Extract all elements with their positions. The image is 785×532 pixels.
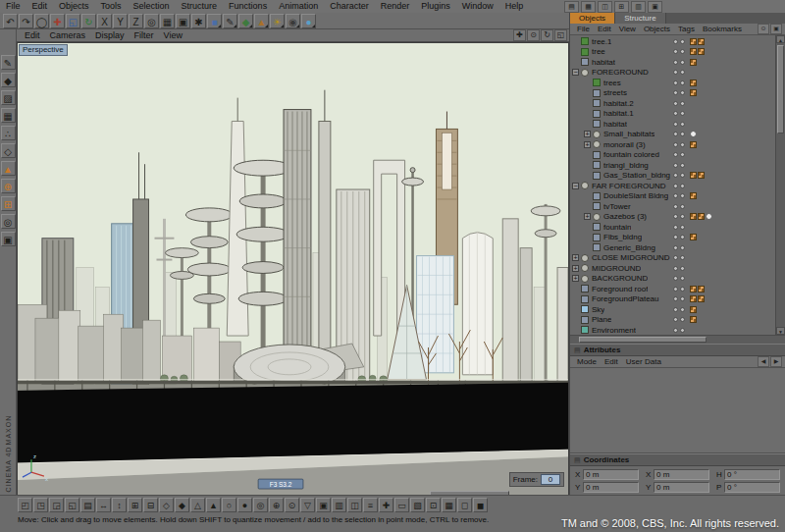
expand-toggle-icon[interactable]: + <box>572 275 579 282</box>
visibility-dots-icon[interactable] <box>673 266 685 271</box>
mode-icon-points-mode[interactable]: ∴ <box>1 126 16 140</box>
expand-toggle-icon[interactable] <box>572 286 579 293</box>
expand-toggle-icon[interactable]: + <box>572 265 579 272</box>
layout-icon-layout-1[interactable]: ▤ <box>564 1 579 13</box>
expand-toggle-icon[interactable] <box>572 38 579 45</box>
viewport-menu-item[interactable]: Filter <box>130 29 159 41</box>
modeling-tool-icon[interactable]: ▥ <box>332 498 346 512</box>
modeling-tool-icon[interactable]: ○ <box>222 498 236 512</box>
modeling-tool-icon[interactable]: ▭ <box>394 498 409 512</box>
expand-toggle-icon[interactable] <box>584 162 591 169</box>
coordinate-input[interactable]: 0 m <box>654 482 709 493</box>
toolbar-icon-move-tool[interactable]: ✚ <box>50 14 65 28</box>
texture-tag-icon[interactable] <box>690 286 697 293</box>
visibility-dots-icon[interactable] <box>673 307 685 312</box>
toolbar-icon-live-selection[interactable]: ◯ <box>34 14 49 28</box>
attributes-menu-item[interactable]: User Data <box>622 356 665 367</box>
manager-tab[interactable]: Structure <box>615 13 665 24</box>
menubar-item[interactable]: Selection <box>128 0 176 13</box>
modeling-tool-icon[interactable]: ≡ <box>363 498 378 512</box>
modeling-tool-icon[interactable]: ▽ <box>300 498 315 512</box>
object-row[interactable]: trees <box>570 78 776 88</box>
object-manager-menu-item[interactable]: View <box>615 24 640 34</box>
visibility-dots-icon[interactable] <box>673 184 685 188</box>
object-row[interactable]: tvTower <box>570 201 776 212</box>
visibility-dots-icon[interactable] <box>673 39 685 44</box>
object-row[interactable]: tree.1 <box>570 36 776 47</box>
layout-icon-layout-5[interactable]: ▥ <box>631 1 646 13</box>
expand-toggle-icon[interactable] <box>584 121 591 128</box>
viewport-menu-item[interactable]: Display <box>90 29 130 41</box>
visibility-dots-icon[interactable] <box>673 60 685 65</box>
modeling-tool-icon[interactable]: ⊡ <box>426 498 441 512</box>
toolbar-icon-add-light[interactable]: ☀ <box>270 14 285 28</box>
object-row[interactable]: fountain <box>570 222 776 233</box>
object-row[interactable]: + Small_habitats <box>570 130 776 140</box>
texture-tag-icon[interactable] <box>690 234 697 240</box>
mode-icon-model-mode[interactable]: ◆ <box>1 73 16 87</box>
menubar-item[interactable]: Animation <box>273 0 324 13</box>
visibility-dots-icon[interactable] <box>673 80 685 85</box>
mode-icon-polygons-mode[interactable]: ▲ <box>1 161 16 176</box>
menubar-item[interactable]: Character <box>324 0 375 13</box>
texture-tag-icon[interactable] <box>690 213 697 220</box>
coordinate-input[interactable]: 0 m <box>583 482 639 493</box>
toolbar-icon-render-settings[interactable]: ✱ <box>191 14 206 28</box>
visibility-dots-icon[interactable] <box>673 122 685 127</box>
expand-toggle-icon[interactable]: + <box>584 141 591 148</box>
object-row[interactable]: + MIDGROUND <box>570 263 776 274</box>
object-row[interactable]: habitat <box>570 119 776 130</box>
object-row[interactable]: Sky <box>570 304 776 315</box>
expand-toggle-icon[interactable] <box>572 48 579 55</box>
object-row[interactable]: streets <box>570 88 776 99</box>
menubar-item[interactable]: Objects <box>53 0 95 13</box>
attributes-menu-item[interactable]: Edit <box>601 356 622 367</box>
visibility-dots-icon[interactable] <box>673 111 685 116</box>
toolbar-icon-rotate-tool[interactable]: ↻ <box>81 14 96 28</box>
expand-toggle-icon[interactable]: + <box>572 254 579 261</box>
expand-toggle-icon[interactable] <box>572 316 579 323</box>
object-row[interactable]: + monorail (3) <box>570 139 776 150</box>
object-row[interactable]: Gas_Station_bldng <box>570 171 776 182</box>
mode-icon-texture-axis-mode[interactable]: ⊞ <box>1 196 16 211</box>
object-row[interactable]: − FOREGROUND <box>570 68 776 79</box>
modeling-tool-icon[interactable]: ◫ <box>347 498 362 512</box>
visibility-dots-icon[interactable] <box>673 328 685 333</box>
view-control-icon-rotate-view[interactable]: ↻ <box>541 29 553 41</box>
dot-tag-icon[interactable] <box>690 131 697 137</box>
menubar-item[interactable]: Plugins <box>415 0 456 13</box>
menubar-item[interactable]: Window <box>456 0 499 13</box>
visibility-dots-icon[interactable] <box>673 173 685 178</box>
texture-tag-icon[interactable] <box>698 295 705 302</box>
coordinate-input[interactable]: 0 ° <box>724 469 780 480</box>
visibility-dots-icon[interactable] <box>673 214 685 219</box>
texture-tag-icon[interactable] <box>698 286 705 293</box>
toolbar-icon-add-spline[interactable]: ✎ <box>223 14 237 28</box>
scroll-down-icon[interactable]: ▼ <box>776 327 785 335</box>
view-control-icon-pan-view[interactable]: ✚ <box>513 29 526 41</box>
menubar-item[interactable]: Help <box>499 0 530 13</box>
object-row[interactable]: Foreground roof <box>570 284 776 294</box>
modeling-tool-icon[interactable]: ✚ <box>379 498 393 512</box>
scroll-up-icon[interactable]: ▲ <box>776 35 785 43</box>
mode-icon-lock-workplane[interactable]: ▣ <box>1 232 16 246</box>
visibility-dots-icon[interactable] <box>673 296 685 301</box>
visibility-dots-icon[interactable] <box>673 245 685 250</box>
modeling-tool-icon[interactable]: ⊞ <box>128 498 142 512</box>
modeling-tool-icon[interactable]: ◎ <box>253 498 268 512</box>
modeling-tool-icon[interactable]: ▧ <box>410 498 425 512</box>
expand-toggle-icon[interactable] <box>584 89 591 96</box>
layout-icon-layout-4[interactable]: ⊞ <box>614 1 629 13</box>
modeling-tool-icon[interactable]: ◰ <box>18 498 32 512</box>
mode-icon-make-editable[interactable]: ✎ <box>1 55 16 70</box>
modeling-tool-icon[interactable]: ⊟ <box>143 498 158 512</box>
expand-toggle-icon[interactable] <box>584 224 591 231</box>
object-manager-menu-item[interactable]: File <box>573 24 594 34</box>
header-icon-search[interactable]: ⊙ <box>758 24 769 34</box>
object-row[interactable]: triangl_bldng <box>570 160 776 171</box>
modeling-tool-icon[interactable]: ⊙ <box>285 498 299 512</box>
object-row[interactable]: + BACKGROUND <box>570 274 776 285</box>
view-label[interactable]: Perspective <box>19 44 68 56</box>
mode-icon-edges-mode[interactable]: ◇ <box>1 143 16 158</box>
expand-toggle-icon[interactable] <box>584 192 591 199</box>
